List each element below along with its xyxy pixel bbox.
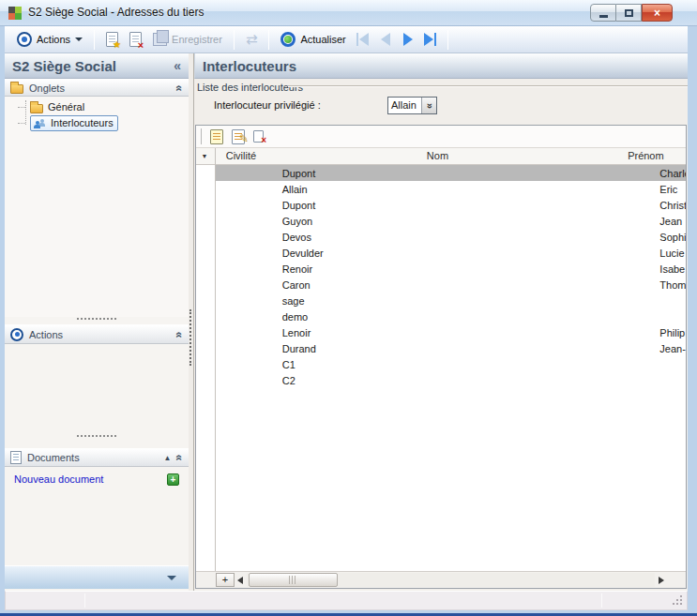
collapse-section-icon[interactable]: « [174,455,187,461]
expand-down-icon[interactable] [167,576,176,580]
sidebar-item-interlocuteurs[interactable]: Interlocuteurs [18,115,118,130]
sidebar-splitter[interactable] [5,315,189,323]
table-row[interactable]: C2 [196,372,687,388]
table-row[interactable]: Dupont Charle [196,165,687,181]
table-row[interactable]: demo [196,308,687,324]
row-selector-cell[interactable] [196,308,215,324]
scroll-right-button[interactable] [655,573,667,587]
row-selector-cell[interactable] [196,197,215,213]
add-row-button[interactable]: + [216,573,235,587]
horizontal-scrollbar[interactable] [247,573,655,587]
statusbar-separator [601,593,602,608]
table-row[interactable]: Lenoir Philip [196,324,687,340]
row-selector-cell[interactable] [196,261,215,277]
main-toolbar: Actions ★ × Enregistrer ⇄ Actualiser [5,26,688,53]
new-button[interactable]: ★ [100,28,124,51]
nav-previous-button[interactable] [374,29,397,50]
column-header-nom[interactable]: Nom [269,148,606,164]
row-selector-cell[interactable] [196,181,215,197]
splitter-grip[interactable] [189,309,191,366]
add-document-button[interactable]: + [167,473,179,486]
sidebar-collapse-button[interactable]: « [174,58,181,73]
table-row[interactable]: sage [196,293,687,308]
sidebar-item-general[interactable]: Général [18,99,84,114]
section-onglets-header[interactable]: Onglets « [5,79,189,97]
actualiser-label: Actualiser [300,34,345,45]
section-documents-header[interactable]: Documents ▲ « [5,448,189,467]
row-selector-cell[interactable] [196,324,215,340]
close-button[interactable]: × [642,4,673,22]
status-bar [5,591,688,610]
table-row[interactable]: Caron Thom [196,277,687,293]
actualiser-icon [280,32,295,47]
row-selector-cell[interactable] [196,293,215,308]
table-row[interactable]: C1 [196,356,687,372]
collapse-section-icon[interactable]: « [174,331,187,338]
save-label: Enregistrer [172,34,222,45]
delete-button[interactable]: × [124,28,147,51]
row-selector-cell[interactable] [196,356,215,372]
row-selector-cell[interactable] [196,372,215,388]
toolbar-separator [94,30,95,50]
selected-tree-item[interactable]: Interlocuteurs [30,115,118,131]
table-row[interactable]: Devos Sophi [196,229,687,245]
collapse-section-icon[interactable]: « [174,84,187,91]
delete-record-button[interactable]: × [253,130,264,143]
maximize-icon [625,9,633,17]
titlebar[interactable]: S2 Siège Social - Adresses du tiers × [0,0,697,26]
table-row[interactable]: Durand Jean- [196,340,687,356]
table-row[interactable]: Guyon Jean [196,213,687,229]
folder-icon [30,104,43,113]
window-title: S2 Siège Social - Adresses du tiers [28,6,204,19]
row-selector-header[interactable]: ▼ [196,148,213,164]
nav-first-button[interactable] [352,29,374,50]
nav-next-button[interactable] [397,29,419,50]
save-button[interactable]: Enregistrer [147,28,228,51]
cell-nom: Dupont [279,168,657,179]
tree-item-label: Général [48,101,84,113]
delete-document-icon: × [129,32,142,47]
cell-nom: Renoir [279,263,657,275]
scroll-left-button[interactable] [235,573,247,587]
combobox-value[interactable]: Allain [388,98,421,113]
row-selector-cell[interactable] [196,277,215,293]
row-selector-cell[interactable] [196,245,215,261]
onglets-tree: Général Interlocuteurs [5,97,189,317]
nav-last-button[interactable] [419,29,442,50]
column-header-prenom[interactable]: Prénom [606,148,686,164]
documents-section-label: Documents [27,452,80,463]
row-selector-cell[interactable] [196,165,215,181]
cell-prenom: Sophi [656,232,687,243]
section-actions-header[interactable]: Actions « [5,324,189,344]
sidebar-splitter[interactable] [5,432,189,440]
cell-prenom: Jean [656,216,687,227]
combobox-dropdown-button[interactable]: « [421,98,436,113]
actualiser-button[interactable]: Actualiser [275,28,351,51]
actions-menu-button[interactable]: Actions [11,28,88,51]
cell-nom: C1 [279,359,657,370]
scroll-up-icon[interactable]: ▲ [163,454,171,462]
maximize-button[interactable] [616,4,642,22]
row-selector-cell[interactable] [196,229,215,245]
window-controls: × [590,4,673,22]
resize-grip[interactable] [680,603,682,605]
table-row[interactable]: Dupont Christ [196,197,687,213]
table-row[interactable]: Devulder Lucie [196,245,687,261]
pencil-icon: ✎ [239,132,249,145]
row-selector-cell[interactable] [196,340,215,356]
row-selector-cell[interactable] [196,213,215,229]
edit-record-button[interactable]: ✎ [232,129,245,144]
table-row[interactable]: Allain Eric [196,181,687,197]
toolbar-separator [447,30,448,50]
column-header-civilite[interactable]: Civilité [213,148,269,164]
privileged-combobox[interactable]: Allain « [387,97,437,114]
sidebar-bottom-bar [5,565,189,589]
cell-nom: Devulder [279,248,657,259]
view-record-button[interactable] [210,129,223,144]
table-row[interactable]: Renoir Isabe [196,261,687,277]
refresh-button[interactable]: ⇄ [240,28,264,51]
new-document-link[interactable]: Nouveau document [14,473,103,485]
actions-icon [10,328,23,341]
scrollbar-thumb[interactable] [249,573,338,587]
minimize-button[interactable] [590,4,616,22]
